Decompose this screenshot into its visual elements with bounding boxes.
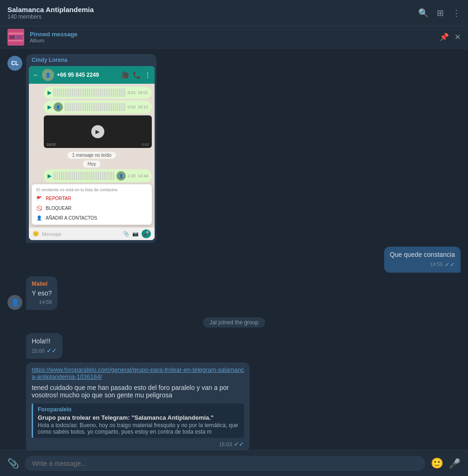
- wa-camera-icon: 📷: [132, 231, 139, 237]
- microphone-icon[interactable]: 🎤: [449, 458, 461, 469]
- wa-attach-icon: 📎: [123, 231, 129, 237]
- attach-icon[interactable]: 📎: [7, 458, 19, 469]
- wa-audio-avatar: 👤: [116, 171, 126, 181]
- wa-video-duration: 18:02: [47, 142, 56, 147]
- svg-rect-3: [16, 35, 22, 39]
- svg-rect-4: [8, 40, 23, 41]
- wa-input-bar: 🙂 Mensaje 📎 📷 🎤: [29, 228, 155, 240]
- wa-back-icon: ←: [33, 71, 39, 79]
- wa-video-icon: 🎥: [121, 71, 129, 79]
- wa-mic-icon: 🎤: [142, 229, 151, 238]
- message-meta: 14:58: [32, 299, 52, 306]
- message-row: 👤 Mabel Y eso? 14:58: [7, 276, 461, 310]
- wa-waveform: [54, 172, 115, 180]
- wa-context-header: El remitente no está en tu lista de cont…: [32, 186, 152, 194]
- wa-call-icon: 📞: [133, 71, 141, 79]
- wa-duration: 0:01: [128, 90, 136, 95]
- report-icon: 🚩: [36, 196, 42, 201]
- pinned-label: Pinned message: [30, 31, 434, 38]
- input-bar: 📎 🙂 🎤: [0, 450, 468, 476]
- wa-video-container: ▶ 0:02 18:02: [32, 115, 152, 150]
- wa-more-icon: ⋮: [144, 71, 151, 79]
- wa-duration: 1:20: [128, 174, 136, 178]
- message-row: CL Cindy Lorena ← 👤 +66 95 845 2249 🎥 📞 …: [7, 54, 461, 243]
- message-time: 14:55: [430, 261, 443, 268]
- wa-video-play: ▶: [91, 125, 104, 138]
- wa-video-time: 0:02: [142, 142, 149, 147]
- wa-audio-avatar: 👤: [54, 102, 63, 112]
- wa-video-msg: ▶ 0:02 18:02: [44, 115, 152, 148]
- pinned-thumb: [7, 29, 24, 46]
- wa-date-badge: Hoy: [83, 161, 101, 168]
- message-meta: 15:03 ✓✓: [26, 441, 250, 450]
- message-time: 15:00: [32, 348, 45, 355]
- avatar: CL: [7, 56, 22, 71]
- wa-waveform: [54, 88, 126, 97]
- wa-play-icon: ▶: [47, 173, 52, 179]
- block-icon: 🚫: [36, 206, 42, 211]
- wa-audio-msg: ▶ 0:01 18:01: [44, 87, 152, 99]
- message-row: Que quede constancia 14:55 ✓✓: [7, 247, 461, 273]
- wa-menu-block[interactable]: 🚫 BLOQUEAR: [32, 203, 152, 213]
- wa-contact-avatar: 👤: [42, 69, 54, 81]
- wa-play-icon: ▶: [47, 104, 52, 110]
- message-meta: 14:55 ✓✓: [390, 261, 455, 269]
- close-pin-icon[interactable]: ✕: [454, 33, 461, 41]
- link-message-bubble: https://www.foroparalelo.com/general/gru…: [26, 362, 250, 450]
- pin-icon[interactable]: 📌: [440, 33, 449, 41]
- message-time: 14:58: [39, 299, 52, 306]
- read-ticks: ✓✓: [47, 347, 57, 355]
- wa-unread-banner: 1 mensaje no leído: [68, 152, 116, 159]
- wa-msg-time: 18:01: [137, 90, 148, 95]
- system-badge: Jal joined the group: [203, 317, 265, 328]
- message-bubble: Mabel Y eso? 14:58: [26, 276, 57, 310]
- search-icon[interactable]: 🔍: [418, 8, 428, 18]
- quote-sender: Foroparalelo: [38, 406, 239, 413]
- whatsapp-screenshot: ← 👤 +66 95 845 2249 🎥 📞 ⋮ ▶: [29, 66, 155, 240]
- wa-context-menu: El remitente no está en tu lista de cont…: [32, 184, 152, 225]
- chat-title: Salamanca Antiplandemia: [7, 6, 418, 13]
- wa-menu-report[interactable]: 🚩 REPORTAR: [32, 194, 152, 203]
- header-icons: 🔍 ⊞ ⋮: [418, 8, 461, 18]
- wa-chat-area: ▶ 0:01 18:01 ▶ 👤 0:02 18:12: [29, 84, 155, 228]
- system-message: Jal joined the group: [7, 317, 461, 328]
- message-text: Y eso?: [32, 289, 52, 298]
- quote-text: Hola a todos/as: Bueno, hoy os traigo ma…: [38, 422, 239, 435]
- wa-contact-name: +66 95 845 2249: [57, 72, 118, 78]
- member-count: 140 members: [7, 13, 418, 20]
- wa-header: ← 👤 +66 95 845 2249 🎥 📞 ⋮: [29, 66, 155, 84]
- layout-icon[interactable]: ⊞: [437, 8, 444, 18]
- quote-title: Grupo para trolear en Telegram: "Salaman…: [38, 414, 239, 421]
- message-text: Hola!!!: [32, 337, 57, 346]
- add-contact-icon: 👤: [36, 215, 42, 221]
- wa-msg-time: 14:44: [137, 174, 148, 178]
- emoji-icon[interactable]: 🙂: [431, 457, 443, 469]
- message-meta: 15:00 ✓✓: [32, 347, 57, 355]
- message-text: tened cuidado que me han pasado esto del…: [26, 382, 250, 401]
- message-input[interactable]: [25, 456, 425, 471]
- wa-audio-msg: ▶ 👤 0:02 18:12: [44, 101, 152, 114]
- message-bubble: Que quede constancia 14:55 ✓✓: [384, 247, 461, 273]
- screenshot-bubble: Cindy Lorena ← 👤 +66 95 845 2249 🎥 📞 ⋮: [26, 54, 156, 243]
- wa-menu-add[interactable]: 👤 AÑADIR A CONTACTOS: [32, 213, 152, 223]
- message-sender: Mabel: [32, 280, 52, 288]
- message-row: https://www.foroparalelo.com/general/gru…: [7, 362, 461, 450]
- link-url[interactable]: https://www.foroparalelo.com/general/gru…: [26, 362, 250, 382]
- wa-duration: 0:02: [128, 105, 136, 109]
- message-text: Que quede constancia: [390, 250, 455, 260]
- read-ticks: ✓✓: [445, 261, 455, 269]
- read-ticks: ✓✓: [234, 441, 244, 448]
- message-bubble: Hola!!! 15:00 ✓✓: [26, 333, 62, 359]
- wa-msg-time: 18:12: [137, 105, 148, 109]
- wa-play-icon: ▶: [47, 89, 52, 96]
- wa-input-placeholder: Mensaje: [42, 231, 120, 237]
- link-quote: Foroparalelo Grupo para trolear en Teleg…: [32, 403, 244, 438]
- more-icon[interactable]: ⋮: [452, 8, 461, 18]
- message-row: Hola!!! 15:00 ✓✓: [7, 333, 461, 359]
- wa-waveform: [65, 103, 126, 111]
- pinned-content: Pinned message Album: [30, 31, 434, 43]
- pinned-sub: Album: [30, 38, 434, 43]
- message-sender: Cindy Lorena: [26, 54, 156, 63]
- pinned-icons: 📌 ✕: [440, 33, 461, 41]
- pinned-bar[interactable]: Pinned message Album 📌 ✕: [0, 26, 468, 48]
